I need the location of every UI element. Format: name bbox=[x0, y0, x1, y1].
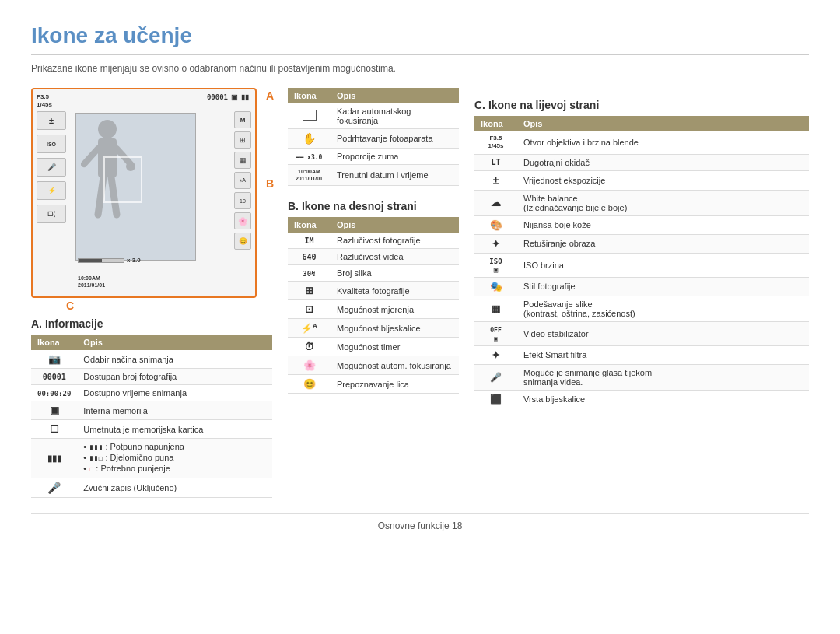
icon-cell: ✦ bbox=[474, 345, 517, 364]
cam-icon-iso: ISO bbox=[37, 135, 66, 153]
table-row: 640 Razlučivost videa bbox=[288, 249, 459, 265]
table-row: ✦ Retuširanje obraza bbox=[474, 234, 809, 253]
opis-cell: Mogućnost autom. fokusiranja bbox=[331, 356, 459, 375]
icon-cell: ✋ bbox=[288, 129, 331, 149]
svg-line-5 bbox=[98, 177, 103, 215]
list-item: ▮▮▮ : Potpuno napunjena bbox=[83, 442, 266, 451]
icon-cell: ☁ bbox=[474, 190, 517, 215]
opis-cell: ▮▮▮ : Potpuno napunjena ▮▮☐ : Djelomično… bbox=[77, 439, 272, 478]
opis-cell: Umetnuta je memorijska kartica bbox=[77, 420, 272, 439]
camera-datetime: 10:00AM 2011/01/01 bbox=[78, 275, 105, 289]
opis-cell: White balance(Izjednačavanje bijele boje… bbox=[517, 190, 809, 215]
icon-cell: 00001 bbox=[31, 369, 77, 385]
face-detect-icon: 😊 bbox=[303, 378, 316, 390]
frame-count-icon: 30↯ bbox=[303, 270, 315, 278]
shot-count-icon: 00001 bbox=[43, 373, 66, 381]
table-row: LT Dugotrajni okidač bbox=[474, 154, 809, 170]
icon-cell: 640 bbox=[288, 249, 331, 265]
table-row: ▦ Podešavanje slike(kontrast, oštrina, z… bbox=[474, 296, 809, 321]
opis-cell: Kadar automatskog fokusiranja bbox=[331, 103, 459, 129]
opis-cell: Podešavanje slike(kontrast, oštrina, zas… bbox=[517, 296, 809, 321]
camera-section: 00001 ▣ ▮▮ F3.5 1/45s ± ISO 🎤 ⚡ ☐⟨ bbox=[31, 88, 272, 498]
cam-right-icon-m: M bbox=[234, 111, 251, 128]
section-c-header-opis: Opis bbox=[517, 116, 809, 131]
shot-count-display: 00001 bbox=[207, 93, 228, 101]
table-row: 00:00:20 Dostupno vrijeme snimanja bbox=[31, 385, 272, 401]
table-row: 10:00AM 2011/01/01 Trenutni datum i vrij… bbox=[288, 165, 459, 186]
page-subtitle: Prikazane ikone mijenjaju se ovisno o od… bbox=[31, 63, 809, 74]
section-a-header-ikona: Ikona bbox=[31, 335, 77, 350]
section-a: A. Informacije Ikona Opis 📷 Odabir način… bbox=[31, 317, 272, 498]
aperture-shutter-icon: F3.5 1/45s bbox=[481, 135, 511, 151]
table-row: 🎭 Stil fotografije bbox=[474, 277, 809, 296]
camera-date: 2011/01/01 bbox=[78, 282, 105, 289]
section-c-table: Ikona Opis F3.5 1/45s Otvor objektiva i … bbox=[474, 116, 809, 408]
camera-screen bbox=[75, 113, 196, 261]
retouch-icon: ✦ bbox=[492, 238, 500, 250]
icon-cell: IM bbox=[288, 233, 331, 249]
af-frame-icon bbox=[303, 110, 317, 121]
icon-cell: ▦ bbox=[474, 296, 517, 321]
table-row: ⊞ Kvaliteta fotografije bbox=[288, 282, 459, 300]
section-a-title: A. Informacije bbox=[31, 317, 272, 330]
image-adjust-icon: ▦ bbox=[492, 303, 500, 314]
skin-tone-icon: 🎨 bbox=[490, 219, 502, 231]
table-row: Kadar automatskog fokusiranja bbox=[288, 103, 459, 129]
zoom-value: x 3.0 bbox=[127, 257, 141, 264]
icon-cell: 10:00AM 2011/01/01 bbox=[288, 165, 331, 186]
icon-cell: ⊡ bbox=[288, 300, 331, 319]
mic-icon: 🎤 bbox=[47, 482, 61, 494]
timer-icon: ⏱ bbox=[304, 341, 314, 352]
top-middle-table: Ikona Opis Kadar automatskog fokusiranja… bbox=[288, 88, 459, 186]
camera-zoom-bar: x 3.0 bbox=[78, 257, 141, 264]
label-b: B bbox=[266, 177, 274, 190]
table-row: 📷 Odabir načina snimanja bbox=[31, 350, 272, 369]
icon-cell: 🎭 bbox=[474, 277, 517, 296]
video-res-icon: 640 bbox=[302, 253, 316, 261]
opis-cell: Proporcije zuma bbox=[331, 149, 459, 165]
cam-icon-flash: ⚡ bbox=[37, 181, 66, 200]
section-c-title: C. Ikone na lijevoj strani bbox=[474, 99, 809, 111]
opis-cell: Dostupno vrijeme snimanja bbox=[77, 385, 272, 401]
flash-type-icon: ⬛ bbox=[490, 394, 502, 405]
icon-cell: 😊 bbox=[288, 375, 331, 394]
label-c: C bbox=[66, 299, 74, 312]
list-item: ☐ : Potrebno punjenje bbox=[83, 464, 266, 473]
table-row: ━━ x3.0 Proporcije zuma bbox=[288, 149, 459, 165]
icon-cell: ⚡A bbox=[288, 319, 331, 338]
opis-cell: Razlučivost fotografije bbox=[331, 233, 459, 249]
cam-right-icon-flower: 🌸 bbox=[234, 212, 251, 229]
opis-cell: Mogućnost bljeskalice bbox=[331, 319, 459, 338]
table-row: ☐ Umetnuta je memorijska kartica bbox=[31, 420, 272, 439]
icon-cell: LT bbox=[474, 154, 517, 170]
camera-left-icons: ± ISO 🎤 ⚡ ☐⟨ bbox=[37, 111, 66, 223]
cam-right-icon-af2: ᵴA bbox=[234, 172, 251, 189]
table-row: ✋ Podrhtavanje fotoaparata bbox=[288, 129, 459, 149]
table-row: IM Razlučivost fotografije bbox=[288, 233, 459, 249]
section-b: B. Ikone na desnoj strani Ikona Opis IM … bbox=[288, 200, 459, 394]
opis-cell: Mogućnost mjerenja bbox=[331, 300, 459, 319]
icon-cell: ▮▮▮ bbox=[31, 439, 77, 478]
memory-card-icon: ☐ bbox=[50, 423, 59, 435]
opis-cell: Moguće je snimanje glasa tijekomsnimanja… bbox=[517, 364, 809, 390]
opis-cell: ISO brzina bbox=[517, 253, 809, 277]
quality-icon: ⊞ bbox=[305, 285, 313, 296]
table-row: 🎤 Zvučni zapis (Uključeno) bbox=[31, 478, 272, 498]
record-time-icon: 00:00:20 bbox=[37, 390, 71, 398]
icon-cell: 00:00:20 bbox=[31, 385, 77, 401]
opis-cell: Razlučivost videa bbox=[331, 249, 459, 265]
icon-cell: ━━ x3.0 bbox=[288, 149, 331, 165]
table-row: ⬛ Vrsta bljeskalice bbox=[474, 390, 809, 408]
cam-right-icon-grid: ⊞ bbox=[234, 131, 251, 149]
battery-icon: ▮▮▮ bbox=[47, 454, 61, 463]
table-row: ⚡A Mogućnost bljeskalice bbox=[288, 319, 459, 338]
table-row: F3.5 1/45s Otvor objektiva i brzina blen… bbox=[474, 131, 809, 154]
icon-cell: F3.5 1/45s bbox=[474, 131, 517, 154]
white-balance-icon: ☁ bbox=[491, 197, 501, 208]
table-row: OFF▣ Video stabilizator bbox=[474, 321, 809, 345]
zoom-ratio-icon: ━━ x3.0 bbox=[296, 154, 323, 161]
list-item: ▮▮☐ : Djelomično puna bbox=[83, 453, 266, 462]
camera-top-bar: 00001 ▣ ▮▮ bbox=[207, 93, 249, 101]
footer: Osnovne funkcije 18 bbox=[31, 513, 809, 531]
svg-point-0 bbox=[98, 120, 117, 138]
